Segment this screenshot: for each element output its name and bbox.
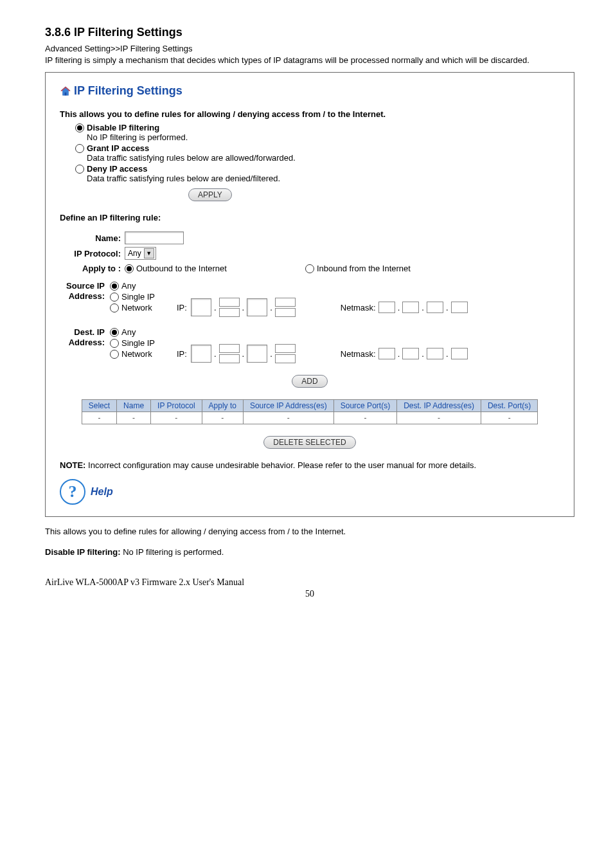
radio-icon[interactable] xyxy=(110,328,119,337)
dst-ip-oct4a[interactable] xyxy=(275,344,296,353)
src-ip-oct4a[interactable] xyxy=(275,298,296,307)
dst-netmask-label: Netmask: xyxy=(341,349,376,359)
opt-any-label: Any xyxy=(121,327,136,337)
dst-ip-oct3[interactable] xyxy=(247,345,267,363)
dst-ip-oct2b[interactable] xyxy=(219,354,240,363)
define-rule-heading: Define an IP filtering rule: xyxy=(60,213,560,222)
src-ip-oct2a[interactable] xyxy=(219,298,240,307)
radio-icon[interactable] xyxy=(110,350,119,359)
cell: - xyxy=(82,412,116,424)
src-ip-label: IP: xyxy=(177,303,187,312)
mode-grant-desc: Data traffic satisfying rules below are … xyxy=(87,153,560,163)
th-srcport: Source Port(s) xyxy=(333,400,396,412)
th-dstaddr: Dest. IP Address(es) xyxy=(397,400,481,412)
radio-icon[interactable] xyxy=(305,264,314,273)
footer-page: 50 xyxy=(45,589,574,599)
section-heading: 3.8.6 IP Filtering Settings xyxy=(45,26,574,39)
table-row: - - - - - - - - xyxy=(82,412,538,424)
breadcrumb: Advanced Setting>>IP Filtering Settings xyxy=(45,44,193,53)
post-allows: This allows you to define rules for allo… xyxy=(45,526,574,538)
src-netmask-oct1[interactable] xyxy=(378,302,395,313)
th-dstport: Dest. Port(s) xyxy=(481,400,537,412)
svg-rect-1 xyxy=(65,92,67,95)
help-row[interactable]: ? Help xyxy=(60,479,560,505)
dst-ip-oct1[interactable] xyxy=(191,345,211,363)
src-ip-oct3[interactable] xyxy=(247,298,267,316)
rules-table: Select Name IP Protocol Apply to Source … xyxy=(82,399,538,424)
dest-ip-label-2: Address: xyxy=(69,338,105,347)
dst-ip-oct4b[interactable] xyxy=(275,354,296,363)
applyto-outbound-label: Outbound to the Internet xyxy=(136,264,227,273)
dst-netmask-oct2[interactable] xyxy=(402,348,419,359)
applyto-inbound-option[interactable]: Inbound from the Internet xyxy=(305,264,411,273)
disable-label: Disable IP filtering: xyxy=(45,547,121,557)
applyto-outbound-option[interactable]: Outbound to the Internet xyxy=(125,264,227,273)
dst-netmask-oct3[interactable] xyxy=(427,348,443,359)
src-network-option[interactable]: Network xyxy=(110,303,174,312)
cell: - xyxy=(151,412,202,424)
proto-value: Any xyxy=(128,249,141,258)
radio-icon[interactable] xyxy=(75,165,84,174)
src-ip-oct2b[interactable] xyxy=(219,308,240,317)
applyto-inbound-label: Inbound from the Internet xyxy=(317,264,411,273)
help-link[interactable]: Help xyxy=(91,486,113,498)
dst-network-option[interactable]: Network xyxy=(110,349,174,359)
name-label: Name: xyxy=(60,233,121,243)
mode-deny-row[interactable]: Deny IP access Data traffic satisfying r… xyxy=(75,164,560,183)
intro-block: Advanced Setting>>IP Filtering Settings … xyxy=(45,43,574,66)
dst-netmask-oct1[interactable] xyxy=(378,348,395,359)
mode-disable-row[interactable]: Disable IP filtering No IP filtering is … xyxy=(75,123,560,142)
dst-ip-oct2a[interactable] xyxy=(219,344,240,353)
dst-single-option[interactable]: Single IP xyxy=(110,338,174,348)
src-netmask-oct3[interactable] xyxy=(427,302,443,313)
src-netmask-oct4[interactable] xyxy=(451,302,468,313)
settings-panel: IP Filtering Settings This allows you to… xyxy=(45,72,574,517)
opt-any-label: Any xyxy=(121,281,136,291)
source-ip-label-2: Address: xyxy=(69,291,105,301)
delete-selected-button[interactable]: DELETE SELECTED xyxy=(263,436,355,449)
footer-manual: AirLive WLA-5000AP v3 Firmware 2.x User'… xyxy=(45,577,574,588)
th-applyto: Apply to xyxy=(202,400,243,412)
radio-icon[interactable] xyxy=(125,264,134,273)
radio-icon[interactable] xyxy=(110,339,119,348)
add-button[interactable]: ADD xyxy=(292,375,327,388)
name-input[interactable] xyxy=(125,231,184,244)
radio-icon[interactable] xyxy=(110,293,119,302)
note-line: NOTE: Incorrect configuration may cause … xyxy=(60,460,560,470)
help-icon[interactable]: ? xyxy=(60,479,85,505)
dst-any-option[interactable]: Any xyxy=(110,327,174,337)
src-single-option[interactable]: Single IP xyxy=(110,292,174,302)
cell: - xyxy=(481,412,537,424)
radio-icon[interactable] xyxy=(110,282,119,291)
dest-ip-block: Dest. IP Address: Any Single IP Network … xyxy=(60,326,560,363)
radio-icon[interactable] xyxy=(110,303,119,312)
src-ip-oct4b[interactable] xyxy=(275,308,296,317)
dst-ip-label: IP: xyxy=(177,349,187,359)
th-srcaddr: Source IP Address(es) xyxy=(243,400,333,412)
th-proto: IP Protocol xyxy=(151,400,202,412)
mode-deny-desc: Data traffic satisfying rules below are … xyxy=(87,174,560,183)
radio-icon[interactable] xyxy=(75,123,84,132)
mode-grant-label: Grant IP access xyxy=(87,143,149,153)
radio-icon[interactable] xyxy=(75,144,84,153)
src-netmask-oct2[interactable] xyxy=(402,302,419,313)
cell: - xyxy=(243,412,333,424)
opt-single-label: Single IP xyxy=(121,292,155,302)
dest-ip-label-1: Dest. IP xyxy=(74,327,105,337)
source-ip-label-1: Source IP xyxy=(66,281,105,291)
chevron-down-icon[interactable]: ▼ xyxy=(144,248,154,258)
note-text: Incorrect configuration may cause undesi… xyxy=(85,460,476,470)
dst-netmask-oct4[interactable] xyxy=(451,348,468,359)
applyto-label: Apply to : xyxy=(60,264,121,273)
src-netmask-label: Netmask: xyxy=(341,303,376,312)
proto-select[interactable]: Any ▼ xyxy=(125,247,156,260)
proto-label: IP Protocol: xyxy=(60,249,121,258)
panel-intro: This allows you to define rules for allo… xyxy=(60,109,560,119)
src-ip-oct1[interactable] xyxy=(191,298,211,316)
cell: - xyxy=(117,412,151,424)
src-any-option[interactable]: Any xyxy=(110,281,174,291)
apply-button[interactable]: APPLY xyxy=(188,188,232,201)
mode-grant-row[interactable]: Grant IP access Data traffic satisfying … xyxy=(75,143,560,163)
mode-disable-label: Disable IP filtering xyxy=(87,123,159,132)
cell: - xyxy=(202,412,243,424)
